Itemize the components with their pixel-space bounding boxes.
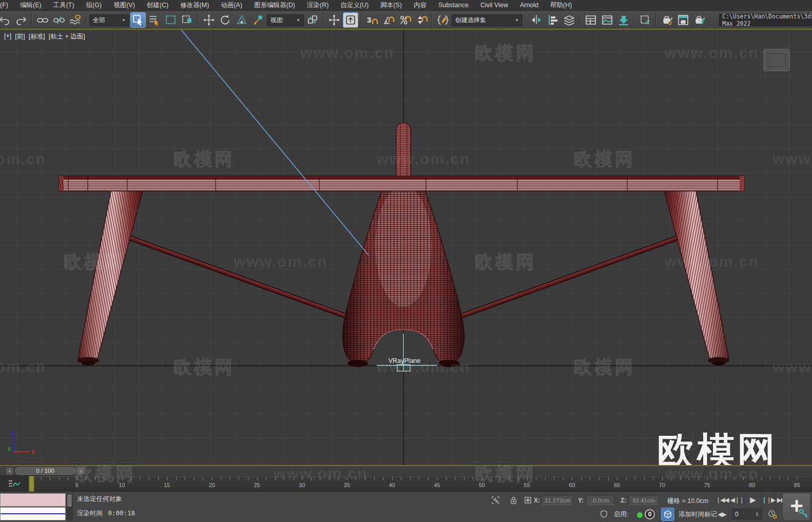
next-frame-button[interactable]: ❘❘▶ bbox=[762, 493, 776, 507]
menu-item[interactable]: 视图(V) bbox=[113, 1, 135, 10]
menu-item[interactable]: 编辑(E) bbox=[20, 1, 42, 10]
pivot-center-icon[interactable] bbox=[305, 12, 320, 28]
table-leg-right[interactable] bbox=[664, 191, 729, 365]
redo-icon[interactable] bbox=[13, 12, 29, 28]
time-tag-cube-button[interactable] bbox=[661, 508, 674, 521]
ruler-track[interactable]: 0510152025303540455055606570758085 bbox=[28, 476, 812, 492]
menu-item[interactable]: 脚本(S) bbox=[380, 1, 402, 10]
named-selection-icon[interactable] bbox=[435, 12, 451, 28]
x-coord-field[interactable]: 31.273cm bbox=[542, 495, 573, 505]
viewport-label-part[interactable]: [粘土 + 边面] bbox=[49, 32, 85, 41]
link-icon[interactable] bbox=[35, 12, 50, 28]
ruler-tick bbox=[131, 477, 131, 480]
menu-item[interactable]: 工具(T) bbox=[53, 1, 74, 10]
maxscript-listener-macro[interactable] bbox=[0, 493, 66, 507]
menu-item[interactable]: 内容 bbox=[414, 1, 427, 10]
selection-set-dropdown[interactable]: 创建选择集 ▼ bbox=[452, 14, 523, 26]
angle-snap-icon[interactable] bbox=[381, 12, 396, 28]
slider-grip[interactable] bbox=[1, 467, 5, 474]
menu-item[interactable]: 帮助(H) bbox=[550, 1, 572, 10]
mirror-icon[interactable] bbox=[529, 12, 544, 28]
toolbar-grip[interactable] bbox=[709, 12, 713, 28]
z-coord-field[interactable]: 93.41cm bbox=[628, 495, 659, 505]
layer-stack-icon[interactable] bbox=[562, 12, 577, 28]
time-slider-handle[interactable]: 0 / 100 bbox=[15, 467, 75, 475]
menu-item[interactable]: 创建(C) bbox=[147, 1, 168, 10]
rotate-icon[interactable] bbox=[218, 12, 233, 28]
table-pedestal[interactable] bbox=[343, 186, 464, 367]
scale-icon[interactable] bbox=[234, 12, 249, 28]
manipulate-icon[interactable] bbox=[326, 12, 342, 28]
isolate-selection-icon[interactable] bbox=[489, 494, 501, 506]
scene-box-icon[interactable] bbox=[637, 12, 653, 28]
window-crossing-icon[interactable] bbox=[180, 12, 195, 28]
table-neck[interactable] bbox=[396, 123, 411, 177]
menu-item[interactable]: Civil View bbox=[480, 2, 508, 9]
y-coord-field[interactable]: -0.0cm bbox=[586, 495, 614, 505]
align-icon[interactable] bbox=[545, 12, 560, 28]
menu-item[interactable]: 图形编辑器(D) bbox=[254, 1, 295, 10]
snap-toggle-icon[interactable]: 3 bbox=[364, 12, 380, 28]
undo-icon[interactable] bbox=[0, 12, 12, 28]
current-frame-field[interactable]: 0 ▲▼ bbox=[732, 509, 762, 519]
set-key-button[interactable]: + bbox=[782, 493, 811, 521]
ruler-tick bbox=[176, 477, 177, 480]
maxscript-listener[interactable] bbox=[0, 507, 66, 520]
menu-item[interactable]: 文件(F) bbox=[0, 1, 8, 10]
select-scale-icon[interactable] bbox=[250, 12, 266, 28]
play-button[interactable]: ▶ bbox=[745, 493, 761, 507]
menu-item[interactable]: Substance bbox=[438, 2, 469, 9]
spinner-icon[interactable]: ▲▼ bbox=[756, 512, 759, 517]
viewcube[interactable] bbox=[764, 49, 789, 71]
selection-filter-dropdown[interactable]: 全部 ▼ bbox=[89, 14, 129, 26]
menu-item[interactable]: 组(G) bbox=[86, 1, 102, 10]
render-icon[interactable] bbox=[692, 12, 707, 28]
next-frame-arrow[interactable]: › bbox=[77, 467, 85, 475]
ribbon-icon[interactable] bbox=[616, 12, 631, 28]
spinner-snap-icon[interactable] bbox=[414, 12, 429, 28]
viewport-label-part[interactable]: [+] bbox=[4, 32, 11, 41]
vrayplane-helper[interactable] bbox=[377, 334, 437, 372]
table-top[interactable] bbox=[59, 176, 744, 191]
selection-lock-icon[interactable] bbox=[507, 494, 519, 506]
layer-table-icon[interactable] bbox=[583, 12, 598, 28]
region-select-icon[interactable] bbox=[163, 12, 179, 28]
menu-item[interactable]: 渲染(R) bbox=[307, 1, 328, 10]
percent-snap-icon[interactable] bbox=[397, 12, 413, 28]
select-by-name-icon[interactable] bbox=[147, 12, 162, 28]
reference-coordinate-dropdown[interactable]: 视图 ▼ bbox=[267, 14, 304, 26]
curve-editor-icon[interactable] bbox=[600, 12, 615, 28]
absolute-mode-icon[interactable] bbox=[521, 494, 534, 506]
render-setup-icon[interactable] bbox=[659, 12, 674, 28]
menu-item[interactable]: Arnold bbox=[520, 2, 538, 9]
move-icon[interactable] bbox=[201, 12, 217, 28]
time-configuration-icon[interactable] bbox=[766, 508, 778, 520]
previous-frame-button[interactable]: ◀❘❘ bbox=[730, 493, 744, 507]
viewport-label-part[interactable]: [前] bbox=[15, 32, 25, 41]
prev-frame-arrow[interactable]: ‹ bbox=[6, 467, 13, 475]
menu-item[interactable]: 自定义(U) bbox=[340, 1, 369, 10]
listener-scrollbar[interactable] bbox=[66, 493, 73, 520]
menu-item[interactable]: 动画(A) bbox=[221, 1, 242, 10]
bind-spacewarp-icon[interactable] bbox=[68, 12, 83, 28]
zero-badge[interactable]: 0 bbox=[645, 509, 655, 519]
table-stretcher-right[interactable] bbox=[447, 234, 685, 322]
shield-icon[interactable] bbox=[597, 508, 610, 520]
key-mode-toggle[interactable]: ◀▶ bbox=[716, 508, 729, 521]
table-stretcher-left[interactable] bbox=[122, 234, 360, 322]
viewport-front[interactable]: VRayPlane Z X y [+][前][标准][粘土 + 边面] 欧模网 bbox=[0, 29, 812, 466]
unlink-icon[interactable] bbox=[51, 12, 67, 28]
select-place-icon[interactable] bbox=[343, 12, 358, 28]
add-time-tag[interactable]: 添加时间标记 bbox=[679, 510, 717, 519]
viewport-label-part[interactable]: [标准] bbox=[29, 32, 45, 41]
table-leg-left[interactable] bbox=[78, 191, 143, 365]
menu-item[interactable]: 修改器(M) bbox=[180, 1, 209, 10]
timeline-playhead[interactable] bbox=[29, 476, 34, 492]
project-folder-field[interactable]: C:\Users\Han\Documents\3ds Max 2022 ▼ bbox=[719, 14, 812, 26]
y-coord-label: Y: bbox=[578, 497, 584, 504]
mini-curve-editor-button[interactable] bbox=[0, 476, 28, 492]
goto-start-button[interactable]: ❘◀◀ bbox=[716, 493, 729, 507]
construction-line[interactable] bbox=[181, 30, 369, 255]
select-object-icon[interactable] bbox=[130, 12, 146, 28]
rendered-frame-icon[interactable] bbox=[675, 12, 691, 28]
